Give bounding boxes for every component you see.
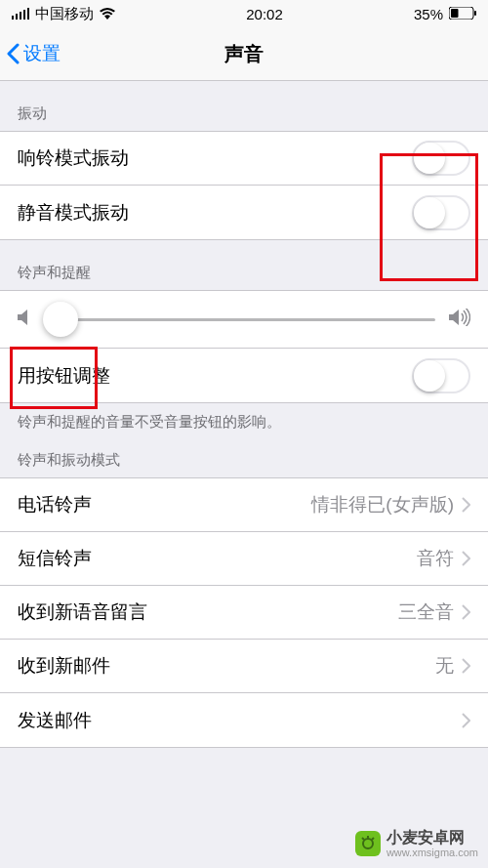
- chevron-right-icon: [462, 551, 470, 566]
- new-mail-value: 无: [435, 653, 454, 679]
- chevron-right-icon: [462, 713, 470, 728]
- ring-vibrate-label: 响铃模式振动: [18, 145, 412, 171]
- svg-rect-2: [20, 12, 21, 20]
- svg-rect-3: [23, 10, 25, 20]
- silent-vibrate-toggle[interactable]: [412, 195, 470, 230]
- text-tone-label: 短信铃声: [18, 546, 417, 571]
- cell-text-tone[interactable]: 短信铃声 音符: [0, 532, 488, 586]
- ringtone-value: 情非得已(女声版): [311, 492, 454, 517]
- volume-slider[interactable]: [45, 318, 435, 321]
- chevron-right-icon: [462, 658, 470, 674]
- button-change-label: 用按钮调整: [18, 363, 412, 389]
- back-button[interactable]: 设置: [0, 41, 61, 66]
- silent-vibrate-label: 静音模式振动: [18, 200, 412, 226]
- cell-group-patterns: 电话铃声 情非得已(女声版) 短信铃声 音符 收到新语音留言 三全音 收到新邮件…: [0, 477, 488, 748]
- cell-voicemail[interactable]: 收到新语音留言 三全音: [0, 586, 488, 640]
- cell-group-button-change: 用按钮调整: [0, 349, 488, 403]
- cell-button-change: 用按钮调整: [0, 349, 488, 402]
- watermark: 小麦安卓网 www.xmsigma.com: [355, 829, 478, 858]
- cell-silent-vibrate: 静音模式振动: [0, 186, 488, 239]
- svg-rect-6: [451, 9, 459, 18]
- button-change-toggle[interactable]: [412, 358, 470, 393]
- volume-slider-cell: [0, 291, 488, 348]
- battery-percent: 35%: [414, 6, 443, 22]
- volume-low-icon: [18, 309, 31, 331]
- section-header-vibration: 振动: [0, 81, 488, 131]
- volume-high-icon: [449, 309, 470, 331]
- svg-rect-4: [27, 8, 29, 20]
- battery-icon: [449, 6, 476, 22]
- watermark-url: www.xmsigma.com: [386, 847, 478, 858]
- section-header-ringer: 铃声和提醒: [0, 240, 488, 290]
- wifi-icon: [100, 6, 115, 22]
- page-title: 声音: [224, 41, 264, 67]
- cell-group-slider: [0, 290, 488, 349]
- new-mail-label: 收到新邮件: [18, 653, 435, 679]
- watermark-logo-icon: [355, 831, 381, 856]
- voicemail-value: 三全音: [398, 599, 454, 625]
- volume-slider-thumb[interactable]: [43, 302, 78, 337]
- ring-vibrate-toggle[interactable]: [412, 141, 470, 176]
- carrier-label: 中国移动: [35, 5, 94, 23]
- voicemail-label: 收到新语音留言: [18, 599, 398, 625]
- chevron-left-icon: [6, 43, 20, 64]
- cell-sent-mail[interactable]: 发送邮件: [0, 693, 488, 747]
- ringtone-label: 电话铃声: [18, 492, 311, 517]
- back-label: 设置: [23, 41, 61, 66]
- svg-rect-7: [474, 11, 476, 16]
- status-bar: 中国移动 20:02 35%: [0, 0, 488, 27]
- svg-rect-0: [12, 16, 14, 20]
- cell-group-vibration: 响铃模式振动 静音模式振动: [0, 131, 488, 240]
- svg-point-8: [363, 839, 373, 848]
- section-header-patterns: 铃声和振动模式: [0, 435, 488, 477]
- section-footer-ringer: 铃声和提醒的音量不受音量按钮的影响。: [0, 403, 488, 435]
- signal-icon: [12, 6, 29, 22]
- status-time: 20:02: [246, 6, 283, 22]
- chevron-right-icon: [462, 604, 470, 620]
- cell-new-mail[interactable]: 收到新邮件 无: [0, 640, 488, 693]
- cell-ring-vibrate: 响铃模式振动: [0, 132, 488, 186]
- cell-ringtone[interactable]: 电话铃声 情非得已(女声版): [0, 478, 488, 532]
- sent-mail-label: 发送邮件: [18, 708, 454, 733]
- chevron-right-icon: [462, 497, 470, 513]
- text-tone-value: 音符: [417, 546, 454, 571]
- watermark-name: 小麦安卓网: [386, 829, 465, 846]
- svg-rect-1: [16, 14, 18, 20]
- nav-bar: 设置 声音: [0, 27, 488, 81]
